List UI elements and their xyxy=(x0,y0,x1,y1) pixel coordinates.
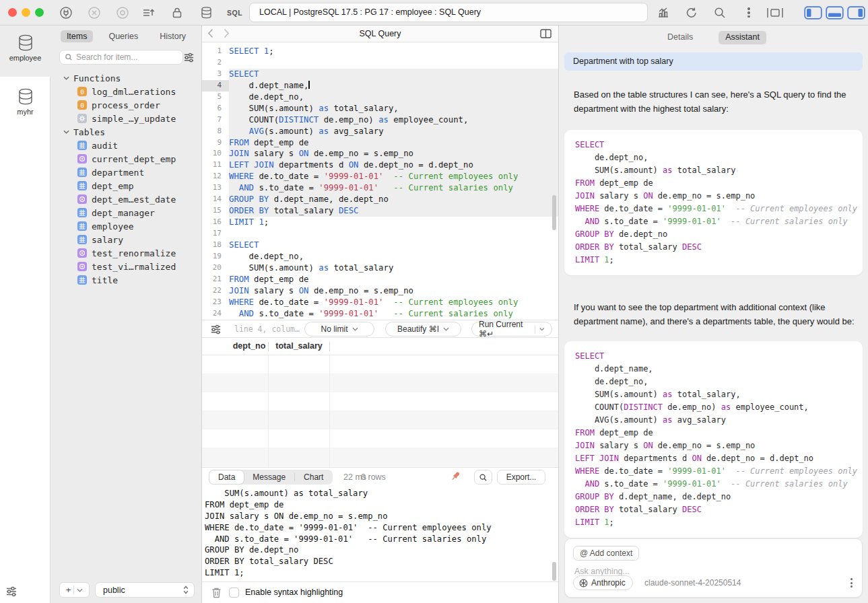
filter-icon[interactable] xyxy=(210,324,222,335)
editor-line: 15ORDER BY total_salary DESC xyxy=(202,205,558,217)
sidebar-item[interactable]: dept_emp xyxy=(51,179,202,192)
composer-menu-icon[interactable] xyxy=(850,577,853,589)
editor-line: 6 SUM(s.amount) as total_salary, xyxy=(202,103,558,114)
tab-queries[interactable]: Queries xyxy=(102,30,144,42)
search-icon[interactable] xyxy=(713,6,727,20)
syntax-highlight-checkbox[interactable] xyxy=(229,588,239,598)
results-grid: dept_no total_salary xyxy=(202,338,558,467)
sidebar-item[interactable]: 0process_order xyxy=(51,98,202,112)
sidebar-item[interactable]: audit xyxy=(51,139,202,152)
code-line: GROUP BY d.dept_name, de.dept_no xyxy=(575,491,852,503)
tab-assistant[interactable]: Assistant xyxy=(719,31,766,44)
message-line: JOIN salary s ON de.emp_no = s.emp_no xyxy=(205,511,558,522)
code-line: ORDER BY total_salary DESC xyxy=(575,241,852,254)
sidebar-search-input[interactable]: Search for item... xyxy=(59,50,183,65)
add-context-button[interactable]: @ Add context xyxy=(573,546,639,561)
beautify-button[interactable]: Beautify ⌘I xyxy=(385,322,461,336)
column-header-total-salary[interactable]: total_salary xyxy=(269,338,329,355)
run-current-button[interactable]: Run Current ⌘↵ xyxy=(471,322,552,336)
sidebar-item[interactable]: simple_…y_update xyxy=(51,112,202,125)
limit-dropdown[interactable]: No limit xyxy=(304,322,374,336)
sidebar-item[interactable]: salary xyxy=(51,233,202,246)
code-line: SELECT xyxy=(575,350,852,363)
add-item-button[interactable]: + xyxy=(59,582,90,598)
connection-employee[interactable]: employee xyxy=(0,34,51,62)
tab-data[interactable]: Data xyxy=(209,470,244,484)
window-layout-icon[interactable] xyxy=(766,6,784,20)
function-icon: 0 xyxy=(77,100,87,110)
code-line: de.dept_no, xyxy=(575,376,852,388)
trash-icon[interactable] xyxy=(211,587,222,598)
database-icon[interactable] xyxy=(200,6,213,20)
sidebar-item[interactable]: employee xyxy=(51,219,202,233)
backup-icon[interactable] xyxy=(141,6,155,20)
connection-icon[interactable] xyxy=(59,6,73,20)
toggle-bottom-panel-button[interactable] xyxy=(826,6,844,20)
code-line: FROM dept_emp de xyxy=(575,177,852,190)
connection-myhr[interactable]: myhr xyxy=(0,87,51,116)
refresh-icon[interactable] xyxy=(685,6,698,20)
editor-line: 9FROM dept_emp de xyxy=(202,137,558,149)
code-line: WHERE de.to_date = '9999-01-01' -- Curre… xyxy=(575,465,852,478)
plus-icon: + xyxy=(66,585,71,595)
grid-row xyxy=(202,355,558,374)
tab-details[interactable]: Details xyxy=(661,31,700,44)
sidebar-item[interactable]: current_dept_emp xyxy=(51,152,202,166)
provider-select[interactable]: Anthropic xyxy=(573,575,633,590)
sidebar-section-tables[interactable]: Tables xyxy=(51,125,202,139)
filter-icon[interactable] xyxy=(5,586,18,598)
schema-select[interactable]: public xyxy=(95,582,195,598)
editor-line: 14GROUP BY d.dept_name, de.dept_no xyxy=(202,194,558,205)
sidebar-item[interactable]: department xyxy=(51,166,202,179)
message-line: ORDER BY total_salary DESC xyxy=(205,556,558,567)
tab-items[interactable]: Items xyxy=(61,30,94,42)
export-button[interactable]: Export... xyxy=(497,470,545,485)
editor-scrollbar[interactable] xyxy=(552,195,556,230)
sidebar-item[interactable]: dept_em…est_date xyxy=(51,192,202,206)
assistant-code-block-1: SELECT de.dept_no, SUM(s.amount) as tota… xyxy=(564,130,863,275)
view-icon xyxy=(77,262,87,271)
sidebar-item[interactable]: 0log_dml…erations xyxy=(51,85,202,98)
minimize-window-button[interactable] xyxy=(22,8,30,17)
provider-icon xyxy=(579,579,588,588)
editor-status-bar: line 4, colum… No limit Beautify ⌘I Run … xyxy=(202,320,558,338)
sidebar-tree: Functions0log_dml…erations0process_order… xyxy=(51,71,202,287)
grid-row xyxy=(202,411,558,430)
assistant-panel: Details Assistant Department with top sa… xyxy=(559,26,868,603)
more-options-icon[interactable] xyxy=(745,6,753,20)
sidebar-item[interactable]: dept_manager xyxy=(51,206,202,219)
preview-icon[interactable] xyxy=(116,6,129,20)
filter-icon[interactable] xyxy=(183,52,195,63)
search-results-button[interactable] xyxy=(474,470,492,485)
conversation-title-banner[interactable]: Department with top salary xyxy=(564,52,863,71)
message-panel[interactable]: SUM(s.amount) as total_salaryFROM dept_e… xyxy=(202,486,558,581)
editor-line: 18SELECT xyxy=(202,240,558,251)
sidebar-item[interactable]: test_vi…rmalized xyxy=(51,260,202,273)
toggle-left-panel-button[interactable] xyxy=(804,6,822,20)
editor-line: 21FROM dept_emp de xyxy=(202,274,558,285)
zoom-window-button[interactable] xyxy=(35,8,44,17)
toggle-right-panel-button[interactable] xyxy=(847,6,865,20)
disconnect-icon[interactable] xyxy=(88,6,101,20)
tab-history[interactable]: History xyxy=(154,30,192,42)
editor-line: 19 de.dept_no, xyxy=(202,251,558,262)
chart-icon[interactable] xyxy=(657,6,670,20)
tab-message[interactable]: Message xyxy=(244,470,294,484)
close-window-button[interactable] xyxy=(8,8,17,17)
message-scrollbar[interactable] xyxy=(552,562,556,581)
lock-icon[interactable] xyxy=(171,6,183,20)
sidebar-section-functions[interactable]: Functions xyxy=(51,71,202,85)
sidebar-item[interactable]: title xyxy=(51,273,202,287)
column-header-dept-no[interactable]: dept_no xyxy=(230,338,268,355)
tab-chart[interactable]: Chart xyxy=(295,470,332,484)
sidebar-item[interactable]: test_renormalize xyxy=(51,246,202,260)
assistant-input-placeholder[interactable]: Ask anything... xyxy=(574,567,630,576)
code-line: LIMIT 1; xyxy=(575,516,852,529)
view-icon xyxy=(77,194,87,204)
message-line: WHERE de.to_date = '9999-01-01' -- Curre… xyxy=(205,522,558,534)
sql-editor[interactable]: 1SELECT 1;23SELECT4 d.dept_name,5 de.dep… xyxy=(202,42,558,320)
assistant-code-block-2: SELECT d.dept_name, de.dept_no, SUM(s.am… xyxy=(564,341,863,538)
code-line: WHERE de.to_date = '9999-01-01' -- Curre… xyxy=(575,203,852,215)
pin-icon[interactable] xyxy=(450,470,461,482)
split-view-icon[interactable] xyxy=(540,29,552,38)
